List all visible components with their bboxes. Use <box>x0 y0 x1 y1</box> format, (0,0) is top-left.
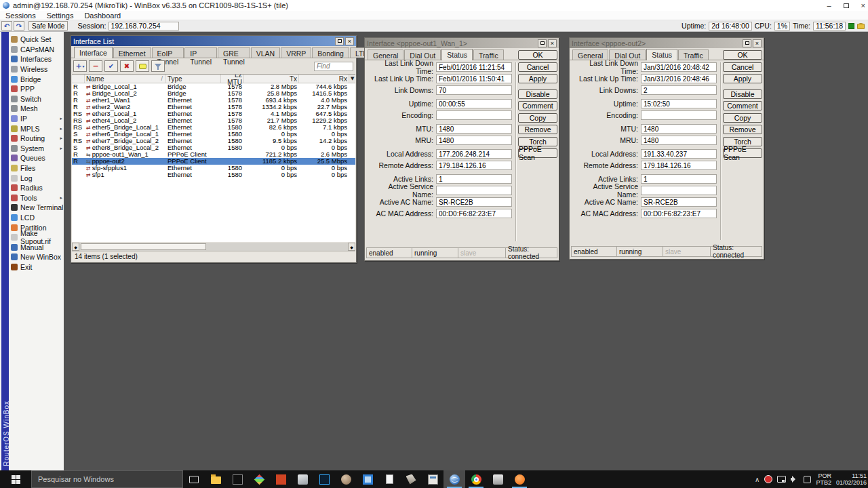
maximize-button[interactable] <box>538 39 547 47</box>
maximize-button[interactable] <box>743 39 751 47</box>
dialog-titlebar[interactable]: Interface <pppoe-out2>× <box>570 38 764 48</box>
remove-button[interactable]: − <box>89 60 102 72</box>
sidebar-item-routing[interactable]: Routing▸ <box>9 134 64 144</box>
active-links-input[interactable] <box>641 174 717 184</box>
cancel-button[interactable]: Cancel <box>723 62 762 72</box>
copy-button[interactable]: Copy <box>518 113 557 123</box>
tab-status[interactable]: Status <box>441 49 473 60</box>
sidebar-item-bridge[interactable]: Bridge <box>9 74 64 84</box>
photoshop-taskbar-button[interactable] <box>313 470 335 488</box>
taskbar-search[interactable]: Pesquisar no Windows <box>31 470 183 488</box>
sidebar-item-exit[interactable]: Exit <box>9 262 64 272</box>
tab-traffic[interactable]: Traffic <box>678 49 709 60</box>
enable-button[interactable]: ✔ <box>104 60 118 72</box>
link-downs-input[interactable] <box>641 85 717 95</box>
comment-button[interactable]: Comment <box>518 101 557 110</box>
gimp-taskbar-button[interactable] <box>335 470 357 488</box>
sidebar-item-new-winbox[interactable]: New WinBox <box>9 252 64 262</box>
table-row[interactable]: RBridge_Local_2Bridge157825.8 Mbps1416.5… <box>72 90 355 97</box>
close-button[interactable]: × <box>753 39 762 47</box>
sidebar-item-interfaces[interactable]: Interfaces <box>9 54 64 64</box>
scroll-left-icon[interactable]: ◆ <box>72 243 79 251</box>
redo-button[interactable]: ↷ <box>14 21 24 30</box>
mtu-input[interactable] <box>436 124 512 134</box>
pppoe-scan-button[interactable]: PPPoE Scan <box>723 148 762 158</box>
ac-mac-address-input[interactable] <box>641 209 717 218</box>
sidebar-item-wireless[interactable]: Wireless <box>9 64 64 75</box>
remote-address-input[interactable] <box>436 161 512 170</box>
pppoe-scan-button[interactable]: PPPoE Scan <box>518 148 557 158</box>
sidebar-item-quick-set[interactable]: Quick Set <box>9 35 64 45</box>
flags-column-header[interactable] <box>72 75 85 83</box>
chrome-taskbar-button[interactable] <box>465 470 487 488</box>
remove-button[interactable]: Remove <box>518 125 557 134</box>
table-row[interactable]: Sether8_Bridge_Local_2Ethernet15800 bps0… <box>72 144 355 151</box>
link-downs-input[interactable] <box>436 85 512 95</box>
encoding-input[interactable] <box>641 110 717 120</box>
sidebar-item-make-supout-rif[interactable]: Make Supout.rif <box>9 232 64 243</box>
scrollbar-thumb[interactable] <box>81 243 206 250</box>
session-input[interactable]: 192.168.70.254 <box>108 22 179 30</box>
name-column-header[interactable]: Name / <box>85 75 166 83</box>
apply-button[interactable]: Apply <box>723 74 762 83</box>
mtu-input[interactable] <box>641 124 717 134</box>
local-address-input[interactable] <box>641 149 717 159</box>
menu-sessions[interactable]: Sessions <box>0 12 41 20</box>
ac-mac-address-input[interactable] <box>436 209 512 218</box>
avast-taskbar-button[interactable] <box>509 470 530 488</box>
tab-general[interactable]: General <box>368 49 403 60</box>
disable-button[interactable]: ✖ <box>120 60 134 72</box>
tab-dial-out[interactable]: Dial Out <box>404 49 441 60</box>
tab-ethernet[interactable]: Ethernet <box>113 47 151 58</box>
table-row[interactable]: RSether7_Bridge_Local_2Ethernet15809.5 k… <box>72 138 355 144</box>
remove-button[interactable]: Remove <box>723 125 762 134</box>
menu-settings[interactable]: Settings <box>41 12 79 20</box>
viewer-taskbar-button[interactable] <box>487 470 509 488</box>
calculator-taskbar-button[interactable] <box>422 470 443 488</box>
table-row[interactable]: Rpppoe-out2PPPoE Client1185.2 kbps25.5 M… <box>72 158 355 165</box>
mru-input[interactable] <box>641 136 717 145</box>
type-column-header[interactable]: Type <box>166 75 221 83</box>
table-row[interactable]: RSether5_Bridge_Local_1Ethernet158082.6 … <box>72 124 355 131</box>
last-link-up-time-input[interactable] <box>641 74 717 83</box>
start-button[interactable] <box>0 470 31 488</box>
photos-taskbar-button[interactable] <box>357 470 378 488</box>
l2mtu-column-header[interactable]: L2 MTU <box>221 75 244 83</box>
file-explorer-taskbar-button[interactable] <box>205 470 226 488</box>
sidebar-item-manual[interactable]: Manual <box>9 242 64 252</box>
sidebar-item-lcd[interactable]: LCD <box>9 213 64 223</box>
menu-dashboard[interactable]: Dashboard <box>79 12 126 20</box>
sidebar-item-mesh[interactable]: Mesh <box>9 104 64 114</box>
comment-button[interactable] <box>136 60 149 72</box>
last-link-up-time-input[interactable] <box>436 74 512 83</box>
tab-traffic[interactable]: Traffic <box>473 49 504 60</box>
tab-eoip-tunnel[interactable]: EoIP Tunnel <box>152 47 184 58</box>
undo-button[interactable]: ↶ <box>1 21 12 30</box>
sidebar-item-queues[interactable]: Queues <box>9 153 64 163</box>
sidebar-item-radius[interactable]: Radius <box>9 183 64 193</box>
sidebar-item-switch[interactable]: Switch <box>9 94 64 104</box>
dialog-titlebar[interactable]: Interface <pppoe-out1_Wan_1>× <box>365 38 559 48</box>
find-input[interactable] <box>314 62 353 71</box>
active-service-name-input[interactable] <box>436 186 512 195</box>
tab-gre-tunnel[interactable]: GRE Tunnel <box>218 47 250 58</box>
tab-vlan[interactable]: VLAN <box>251 47 280 58</box>
tab-ip-tunnel[interactable]: IP Tunnel <box>184 47 217 58</box>
sidebar-item-files[interactable]: Files <box>9 163 64 174</box>
interface-list-titlebar[interactable]: Interface List × <box>71 36 356 46</box>
scroll-right-icon[interactable]: ◆ <box>348 243 355 251</box>
sidebar-item-new-terminal[interactable]: New Terminal <box>9 203 64 213</box>
disable-button[interactable]: Disable <box>518 89 557 99</box>
powerpoint-taskbar-button[interactable] <box>270 470 292 488</box>
tx-column-header[interactable]: Tx <box>244 75 299 83</box>
uptime-input[interactable] <box>641 99 717 108</box>
table-row[interactable]: Rpppoe-out1_Wan_1PPPoE Client721.2 kbps2… <box>72 151 355 158</box>
table-row[interactable]: Sether6_Bridge_Local_1Ethernet15800 bps0… <box>72 131 355 138</box>
language-indicator[interactable]: POR PTB2 <box>816 472 831 486</box>
close-button[interactable]: × <box>548 39 557 47</box>
column-selector-dropdown[interactable]: ▼ <box>349 75 355 83</box>
active-ac-name-input[interactable] <box>436 197 512 207</box>
media-taskbar-button[interactable] <box>248 470 270 488</box>
sidebar-item-ip[interactable]: IP▸ <box>9 114 64 124</box>
maximize-button[interactable] <box>844 3 849 8</box>
